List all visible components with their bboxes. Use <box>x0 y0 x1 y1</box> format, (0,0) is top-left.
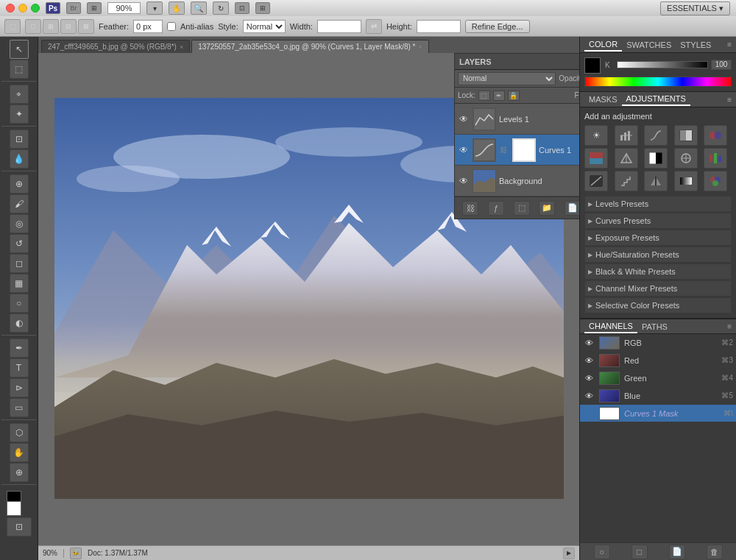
rotate-tool-btn[interactable]: ↻ <box>213 1 229 15</box>
tab-channels[interactable]: CHANNELS <box>584 320 637 333</box>
channel-vis-red[interactable]: 👁 <box>583 355 595 366</box>
arrange-btn[interactable]: ⊞ <box>255 2 270 14</box>
new-layer-btn[interactable]: 📄 <box>565 201 579 216</box>
tab-swatches[interactable]: SWATCHES <box>622 39 676 51</box>
channel-vis-rgb[interactable]: 👁 <box>583 337 595 349</box>
blur-tool[interactable]: ○ <box>10 294 29 313</box>
new-channel-btn[interactable]: 📄 <box>669 545 685 559</box>
preset-selectivecolor[interactable]: ▶ Selective Color Presets <box>584 297 732 313</box>
screen-mode-bottom-btn[interactable]: ⊡ <box>7 517 32 536</box>
hand-tool-btn[interactable]: ✋ <box>169 1 185 15</box>
levels-btn[interactable] <box>615 125 638 146</box>
exposure-btn[interactable] <box>674 125 698 146</box>
layer-vis-1[interactable]: 👁 <box>458 144 470 156</box>
tab-close-0[interactable]: × <box>180 43 183 51</box>
channel-mixer-btn[interactable] <box>704 148 727 169</box>
height-input[interactable] <box>417 20 461 33</box>
preset-huesat[interactable]: ▶ Hue/Saturation Presets <box>584 247 732 263</box>
channels-panel-options[interactable]: ≡ <box>727 322 732 330</box>
maximize-button[interactable] <box>31 4 40 13</box>
layer-item-0[interactable]: 👁 Levels 1 <box>455 104 579 135</box>
minimize-button[interactable] <box>18 4 27 13</box>
curves-btn[interactable] <box>644 125 668 146</box>
layer-vis-0[interactable]: 👁 <box>458 113 470 125</box>
tab-close-1[interactable]: × <box>419 43 422 51</box>
add-style-btn[interactable]: ƒ <box>488 201 504 216</box>
delete-channel-btn[interactable]: 🗑 <box>707 545 723 559</box>
style-select[interactable]: Normal <box>243 20 286 33</box>
layers-panel-header[interactable]: LAYERS ✕ <box>455 54 579 70</box>
channel-vis-green[interactable]: 👁 <box>583 372 595 384</box>
tab-masks[interactable]: MASKS <box>584 93 622 105</box>
scroll-right-btn[interactable]: ▶ <box>563 547 575 559</box>
close-button[interactable] <box>6 4 15 13</box>
search-tool-btn[interactable]: 🔍 <box>191 1 207 15</box>
bridge-icon[interactable]: Br <box>66 2 81 14</box>
path-select-tool[interactable]: ⊳ <box>10 378 29 397</box>
posterize-btn[interactable] <box>615 171 638 191</box>
channel-blue[interactable]: 👁 Blue ⌘5 <box>580 387 736 405</box>
color-panel-options[interactable]: ≡ <box>727 40 732 49</box>
add-mask-btn[interactable]: ⬚ <box>514 201 530 216</box>
threshold-btn[interactable] <box>644 171 668 191</box>
status-info-icon[interactable]: 🐝 <box>70 547 82 559</box>
pen-tool[interactable]: ✒ <box>10 339 29 358</box>
lasso-tool[interactable]: ⌖ <box>10 85 29 104</box>
preset-curves[interactable]: ▶ Curves Presets <box>584 213 732 229</box>
dodge-tool[interactable]: ◐ <box>10 313 29 333</box>
eraser-tool[interactable]: ◻ <box>10 254 29 273</box>
adj-panel-options[interactable]: ≡ <box>727 96 732 104</box>
channel-red[interactable]: 👁 Red ⌘3 <box>580 352 736 369</box>
new-sel-icon[interactable]: □ <box>25 19 41 34</box>
layer-vis-2[interactable]: 👁 <box>458 175 470 187</box>
gradient-map-btn[interactable] <box>674 171 698 191</box>
link-layers-btn[interactable]: ⛓ <box>462 201 478 216</box>
lock-pixels-icon[interactable]: ⬚ <box>478 91 490 101</box>
k-slider-track[interactable] <box>617 61 708 68</box>
preset-channelmixer[interactable]: ▶ Channel Mixer Presets <box>584 280 732 297</box>
preset-levels[interactable]: ▶ Levels Presets <box>584 196 732 212</box>
heal-tool[interactable]: ⊕ <box>10 174 29 194</box>
layout-icon[interactable]: ⊞ <box>87 2 102 14</box>
save-channel-btn[interactable]: □ <box>631 545 648 559</box>
brush-tool[interactable]: 🖌 <box>10 194 29 213</box>
history-brush-tool[interactable]: ↺ <box>10 234 29 253</box>
background-color[interactable] <box>7 501 21 516</box>
color-spectrum[interactable] <box>584 77 732 87</box>
channel-curves-mask[interactable]: Curves 1 Mask ⌘\ <box>580 405 736 422</box>
screen-mode-btn[interactable]: ⊡ <box>235 2 250 14</box>
load-channel-btn[interactable]: ○ <box>594 545 610 559</box>
zoom-down-btn[interactable]: ▾ <box>146 1 163 15</box>
gradient-tool[interactable]: ▦ <box>10 274 29 293</box>
channel-vis-blue[interactable]: 👁 <box>583 390 595 402</box>
3d-tool[interactable]: ⬡ <box>10 423 29 442</box>
move-tool[interactable]: ↖ <box>10 40 29 59</box>
lock-move-icon[interactable]: ✒ <box>493 91 505 101</box>
add-sel-icon[interactable]: ⊞ <box>43 19 59 34</box>
tab-adjustments[interactable]: ADJUSTMENTS <box>622 93 690 106</box>
essentials-button[interactable]: ESSENTIALS ▾ <box>660 1 730 15</box>
layer-item-2[interactable]: 👁 Background 🔒 <box>455 166 579 196</box>
wand-tool[interactable]: ✦ <box>10 104 29 124</box>
width-input[interactable] <box>317 20 361 33</box>
clone-tool[interactable]: ◎ <box>10 214 29 233</box>
bw-btn[interactable] <box>644 148 668 169</box>
brightness-contrast-btn[interactable]: ☀ <box>584 125 608 146</box>
tab-styles[interactable]: STYLES <box>676 39 715 51</box>
color-balance-btn[interactable] <box>615 148 638 169</box>
new-group-btn[interactable]: 📁 <box>539 201 555 216</box>
zoom-tool[interactable]: ⊕ <box>10 463 29 482</box>
antialias-checkbox[interactable] <box>167 22 176 31</box>
lock-all-icon[interactable]: 🔒 <box>508 91 520 101</box>
tab-0[interactable]: 247_cfff349665_b.jpg @ 50% (RGB/8*) × <box>41 40 190 53</box>
vibrance-btn[interactable] <box>704 125 727 146</box>
swap-icon[interactable]: ⇄ <box>366 19 382 34</box>
channel-green[interactable]: 👁 Green ⌘4 <box>580 369 736 387</box>
invert-btn[interactable] <box>584 171 608 191</box>
tab-1[interactable]: 137250557_2ab35e53c4_o.jpg @ 90% (Curves… <box>191 40 429 53</box>
tab-paths[interactable]: PATHS <box>637 321 672 333</box>
tab-color[interactable]: COLOR <box>584 38 622 52</box>
channel-rgb[interactable]: 👁 RGB ⌘2 <box>580 334 736 352</box>
sub-sel-icon[interactable]: ⊟ <box>60 19 77 34</box>
feather-input[interactable] <box>133 20 163 33</box>
